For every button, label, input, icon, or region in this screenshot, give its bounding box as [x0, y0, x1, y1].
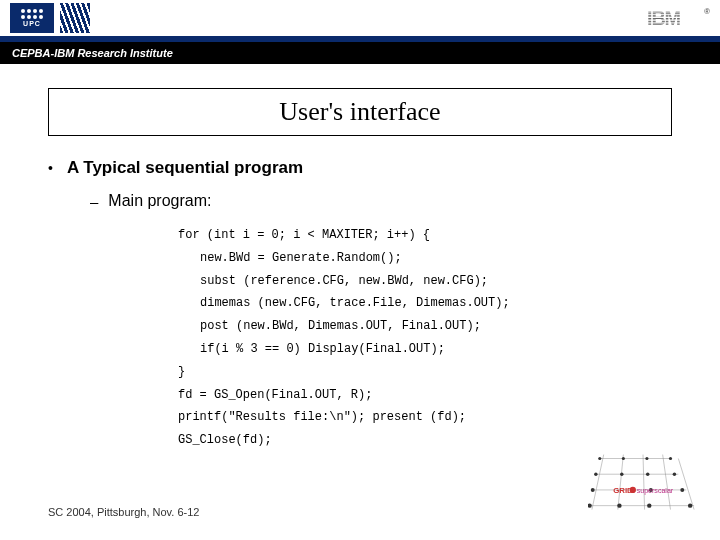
- code-line: subst (reference.CFG, new.BWd, new.CFG);: [178, 270, 672, 293]
- svg-text:IBM: IBM: [647, 7, 681, 29]
- code-line: GS_Close(fd);: [178, 429, 672, 452]
- svg-point-18: [673, 472, 676, 475]
- svg-point-14: [669, 457, 672, 460]
- bullet-level2: – Main program:: [90, 192, 672, 210]
- left-logos: UPC: [10, 3, 90, 33]
- code-line: if(i % 3 == 0) Display(Final.OUT);: [178, 338, 672, 361]
- svg-point-17: [646, 472, 649, 475]
- svg-line-8: [643, 455, 645, 510]
- svg-point-19: [591, 488, 595, 492]
- svg-line-9: [663, 455, 671, 510]
- stripes-logo-icon: [60, 3, 90, 33]
- slide-content: User's interface • A Typical sequential …: [0, 64, 720, 452]
- svg-line-7: [618, 455, 624, 510]
- ibm-logo: IBM ®: [647, 7, 710, 29]
- svg-point-22: [680, 488, 684, 492]
- footer-text: SC 2004, Pittsburgh, Nov. 6-12: [48, 506, 199, 518]
- grid-superscalar-logo-icon: GRID superscalar: [588, 450, 698, 522]
- code-line: new.BWd = Generate.Random();: [178, 247, 672, 270]
- registered-mark: ®: [704, 7, 710, 16]
- svg-line-10: [678, 459, 694, 510]
- code-line: fd = GS_Open(Final.OUT, R);: [178, 384, 672, 407]
- bullet-level1: • A Typical sequential program: [48, 158, 672, 178]
- svg-point-16: [620, 472, 623, 475]
- code-block: for (int i = 0; i < MAXITER; i++) { new.…: [178, 224, 672, 452]
- svg-point-24: [617, 503, 621, 507]
- bullet-icon: •: [48, 161, 53, 175]
- institute-bar: CEPBA-IBM Research Institute: [0, 42, 720, 64]
- institute-label: CEPBA-IBM Research Institute: [12, 47, 173, 59]
- svg-point-13: [645, 457, 648, 460]
- svg-point-11: [598, 457, 601, 460]
- code-line: }: [178, 361, 672, 384]
- code-line: for (int i = 0; i < MAXITER; i++) {: [178, 224, 672, 247]
- svg-text:GRID: GRID: [613, 486, 633, 495]
- slide-title: User's interface: [48, 88, 672, 136]
- svg-point-23: [588, 503, 592, 507]
- bullet1-text: A Typical sequential program: [67, 158, 303, 178]
- svg-point-15: [594, 472, 597, 475]
- ibm-logo-icon: IBM: [647, 7, 702, 29]
- code-line: printf("Results file:\n"); present (fd);: [178, 406, 672, 429]
- svg-point-26: [688, 503, 692, 507]
- svg-text:superscalar: superscalar: [637, 487, 674, 495]
- upc-logo-icon: UPC: [10, 3, 54, 33]
- sub1-text: Main program:: [108, 192, 211, 210]
- code-line: post (new.BWd, Dimemas.OUT, Final.OUT);: [178, 315, 672, 338]
- code-line: dimemas (new.CFG, trace.File, Dimemas.OU…: [178, 292, 672, 315]
- dash-icon: –: [90, 193, 98, 210]
- svg-point-12: [622, 457, 625, 460]
- svg-point-25: [647, 503, 651, 507]
- top-bar: UPC IBM ®: [0, 0, 720, 36]
- upc-label: UPC: [23, 20, 41, 27]
- svg-line-6: [592, 455, 604, 510]
